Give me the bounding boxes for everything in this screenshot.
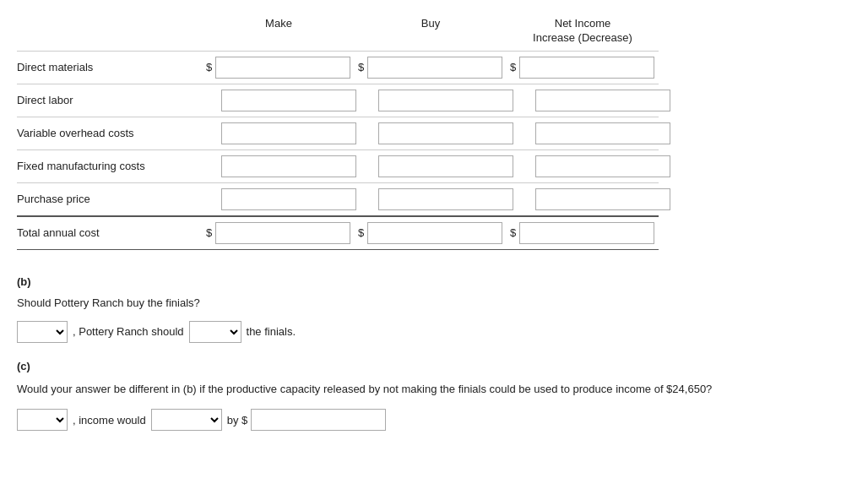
section-c-dropdown2[interactable]: increase decrease <box>151 409 222 431</box>
row-label-total: Total annual cost <box>17 226 203 239</box>
make-input-direct-labor[interactable] <box>221 90 356 111</box>
section-b-dropdown2[interactable]: make buy <box>189 321 241 343</box>
section-c-question: Would your answer be different in (b) if… <box>17 381 851 398</box>
buy-cell-fixed-manufacturing <box>360 154 517 179</box>
section-b-label: (b) <box>17 275 851 288</box>
make-cell-direct-labor <box>203 88 360 113</box>
net-input-direct-materials[interactable] <box>519 57 654 79</box>
section-c-by-dollar-text: by $ <box>227 414 248 427</box>
net-input-total[interactable] <box>519 222 654 244</box>
net-input-fixed-manufacturing[interactable] <box>535 155 670 177</box>
section-c: (c) Would your answer be different in (b… <box>17 360 851 432</box>
make-col-header: Make <box>203 17 355 46</box>
dollar-sign: $ <box>358 61 364 73</box>
dollar-sign: $ <box>358 226 364 239</box>
make-cell-fixed-manufacturing <box>203 154 360 179</box>
section-b-text-after: the finials. <box>247 325 296 338</box>
section-b: (b) Should Pottery Ranch buy the finials… <box>17 275 851 343</box>
label-col-header <box>17 17 203 46</box>
buy-input-variable-overhead[interactable] <box>378 122 513 144</box>
row-label-direct-materials: Direct materials <box>17 61 203 73</box>
table-row: Variable overhead costs <box>17 117 659 149</box>
make-input-direct-materials[interactable] <box>215 57 350 79</box>
row-label-fixed-manufacturing: Fixed manufacturing costs <box>17 160 203 172</box>
section-c-dollar-row: by $ <box>227 409 387 431</box>
net-cell-variable-overhead <box>517 121 674 146</box>
table-row: Direct labor <box>17 84 659 117</box>
net-input-variable-overhead[interactable] <box>535 122 670 144</box>
net-cell-direct-materials: $ <box>507 55 659 80</box>
table-header: Make Buy Net IncomeIncrease (Decrease) <box>17 17 659 51</box>
table-row: Purchase price <box>17 182 659 215</box>
net-income-col-header: Net IncomeIncrease (Decrease) <box>507 17 659 46</box>
buy-cell-total: $ <box>355 220 507 246</box>
row-label-purchase-price: Purchase price <box>17 193 203 205</box>
net-cell-total: $ <box>507 220 659 246</box>
make-cell-purchase-price <box>203 187 360 212</box>
section-c-answer-row: Yes No , income would increase decrease … <box>17 409 851 431</box>
row-label-variable-overhead: Variable overhead costs <box>17 127 203 139</box>
buy-input-fixed-manufacturing[interactable] <box>378 155 513 177</box>
row-label-direct-labor: Direct labor <box>17 94 203 106</box>
make-cell-direct-materials: $ <box>203 55 355 80</box>
net-cell-fixed-manufacturing <box>517 154 674 179</box>
section-b-dropdown1[interactable]: Yes No <box>17 321 68 343</box>
section-c-label: (c) <box>17 360 851 372</box>
buy-input-direct-labor[interactable] <box>378 90 513 111</box>
buy-cell-purchase-price <box>360 187 517 212</box>
dollar-sign: $ <box>510 61 516 73</box>
buy-input-purchase-price[interactable] <box>378 188 513 210</box>
section-b-answer-row: Yes No , Pottery Ranch should make buy t… <box>17 321 851 343</box>
section-c-amount-input[interactable] <box>251 409 386 431</box>
section-c-text-between: , income would <box>73 414 146 427</box>
make-cell-variable-overhead <box>203 121 360 146</box>
section-b-text-between: , Pottery Ranch should <box>73 325 184 338</box>
make-input-fixed-manufacturing[interactable] <box>221 155 356 177</box>
buy-col-header: Buy <box>355 17 507 46</box>
dollar-sign: $ <box>206 226 212 239</box>
buy-cell-direct-labor <box>360 88 517 113</box>
make-input-purchase-price[interactable] <box>221 188 356 210</box>
section-c-dropdown1[interactable]: Yes No <box>17 409 68 431</box>
buy-cell-direct-materials: $ <box>355 55 507 80</box>
make-cell-total: $ <box>203 220 355 246</box>
section-b-question: Should Pottery Ranch buy the finials? <box>17 296 851 309</box>
net-input-purchase-price[interactable] <box>535 188 670 210</box>
buy-cell-variable-overhead <box>360 121 517 146</box>
dollar-sign: $ <box>510 226 516 239</box>
table-row-total: Total annual cost $ $ $ <box>17 215 659 250</box>
buy-input-direct-materials[interactable] <box>367 57 502 79</box>
make-input-total[interactable] <box>215 222 350 244</box>
dollar-sign: $ <box>206 61 212 73</box>
table-row: Direct materials $ $ $ <box>17 51 659 84</box>
buy-input-total[interactable] <box>367 222 502 244</box>
net-cell-purchase-price <box>517 187 674 212</box>
cost-comparison-table: Make Buy Net IncomeIncrease (Decrease) D… <box>17 17 659 250</box>
make-input-variable-overhead[interactable] <box>221 122 356 144</box>
net-cell-direct-labor <box>517 88 674 113</box>
net-input-direct-labor[interactable] <box>535 90 670 111</box>
table-row: Fixed manufacturing costs <box>17 149 659 182</box>
